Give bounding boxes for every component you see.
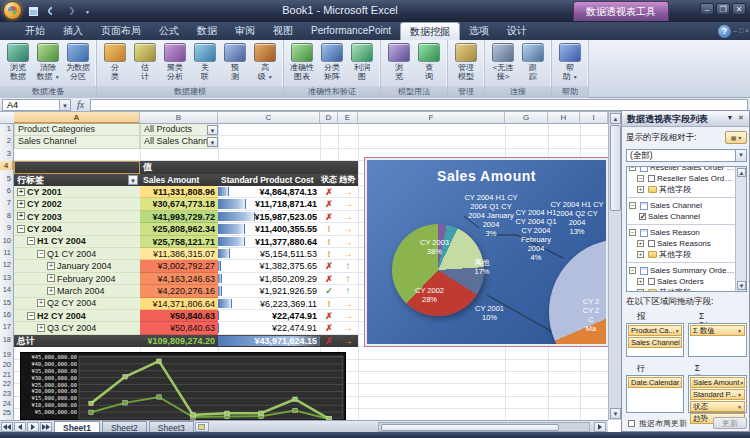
checkbox-checked-icon[interactable]: ✓ <box>639 213 646 220</box>
sales-amount-cell[interactable]: ¥30,674,773.18 <box>140 198 218 210</box>
field-chip[interactable]: Product Ca...▼ <box>628 325 682 336</box>
column-header-I[interactable]: I <box>580 112 608 123</box>
pivot-row-label[interactable]: −H2 CY 2004 <box>14 310 140 322</box>
scope-dropdown[interactable]: (全部) ▼ <box>626 149 747 162</box>
collapse-icon[interactable]: − <box>27 237 35 245</box>
row-header-18[interactable]: 18 <box>3 335 11 344</box>
chip-dropdown-icon[interactable]: ▼ <box>679 378 682 387</box>
row-header-12[interactable]: 12 <box>3 260 11 269</box>
name-box-dropdown-icon[interactable]: ▼ <box>60 99 71 111</box>
chip-dropdown-icon[interactable]: ▼ <box>737 390 742 399</box>
panel-collapse-icon[interactable]: ▼ <box>725 114 735 121</box>
ribbon-tab-数据[interactable]: 数据 <box>188 22 226 40</box>
ribbon-button-分类矩阵[interactable]: 分类矩阵 <box>318 43 346 81</box>
field-tree-item[interactable]: +Sales Reasons <box>627 238 735 249</box>
filter-dropdown-icon[interactable]: ▼ <box>207 125 218 135</box>
product-cost-cell[interactable]: ¥1,921,926.59 <box>218 285 320 297</box>
row-header-23[interactable]: 23 <box>3 389 11 398</box>
chip-dropdown-icon[interactable]: ▼ <box>675 326 680 335</box>
column-header-H[interactable]: H <box>548 112 580 123</box>
column-header-B[interactable]: B <box>140 112 218 123</box>
product-cost-cell[interactable]: ¥15,987,523.05 <box>218 211 320 223</box>
pivot-row-label[interactable]: +Q3 CY 2004 <box>14 322 140 334</box>
row-header-14[interactable]: 14 <box>3 285 11 294</box>
pivot-row-label[interactable]: +CY 2001 <box>14 186 140 198</box>
name-box[interactable]: A4 <box>2 99 60 111</box>
collapse-icon[interactable]: − <box>27 312 35 320</box>
chip-dropdown-icon[interactable]: ▼ <box>739 378 744 387</box>
sales-amount-cell[interactable]: ¥41,993,729.72 <box>140 211 218 223</box>
workbook-close-icon[interactable]: × <box>745 26 750 35</box>
field-list-view-button[interactable]: ▦ ▾ <box>725 131 747 144</box>
ribbon-button-预测[interactable]: 预测 <box>221 43 249 81</box>
pivot-row-label[interactable]: −H1 CY 2004 <box>14 236 140 248</box>
expand-icon[interactable]: + <box>17 212 25 220</box>
column-header-E[interactable]: E <box>338 112 358 123</box>
ribbon-button-帮助[interactable]: 帮助 ▼ <box>556 43 584 82</box>
sheet-tab-Sheet3[interactable]: Sheet3 <box>149 421 194 433</box>
row-header-2[interactable]: 2 <box>7 136 11 145</box>
column-header-A[interactable]: A <box>14 112 140 123</box>
sales-amount-cell[interactable]: ¥50,840.63 <box>140 322 218 334</box>
field-tree-item[interactable]: −Sales Summary Order Details <box>627 265 735 276</box>
line-chart[interactable]: ¥45,000,000.00¥40,000,000.00¥35,000,000.… <box>20 352 346 420</box>
column-header-G[interactable]: G <box>505 112 548 123</box>
checkbox-icon[interactable] <box>648 240 655 247</box>
column-header-F[interactable]: F <box>358 112 505 123</box>
collapse-icon[interactable]: − <box>629 229 636 236</box>
checkbox-icon[interactable] <box>648 175 655 182</box>
field-chip[interactable]: Date.Calendar▼ <box>628 377 682 388</box>
collapse-icon[interactable]: − <box>17 225 25 233</box>
sales-amount-cell[interactable]: ¥11,386,315.07 <box>140 248 218 260</box>
ribbon-button-聚类分析[interactable]: 聚类分析 <box>161 43 189 81</box>
pivot-row-label[interactable]: +CY 2002 <box>14 198 140 210</box>
expand-icon[interactable]: + <box>637 289 644 292</box>
row-header-7[interactable]: 7 <box>7 198 11 207</box>
field-chip[interactable]: Σ 数值▼ <box>690 325 745 336</box>
help-icon[interactable]: ? <box>718 25 731 38</box>
sales-amount-cell[interactable]: ¥4,163,246.63 <box>140 273 218 285</box>
ribbon-button-跟踪[interactable]: 跟踪 <box>519 43 547 81</box>
expand-icon[interactable]: + <box>47 274 55 282</box>
field-tree-item[interactable]: +其他字段 <box>627 249 735 260</box>
ribbon-tab-视图[interactable]: 视图 <box>264 22 302 40</box>
ribbon-button-清除数据[interactable]: 清除数据 ▼ <box>34 43 62 82</box>
defer-checkbox[interactable] <box>628 420 635 427</box>
last-sheet-icon[interactable] <box>40 422 52 432</box>
ribbon-button-查询[interactable]: 查询 <box>415 43 443 81</box>
row-header-4[interactable]: 4 <box>0 161 13 170</box>
tree-scroll-up-icon[interactable]: ▲ <box>737 168 746 177</box>
expand-icon[interactable]: + <box>637 240 644 247</box>
ribbon-tab-公式[interactable]: 公式 <box>150 22 188 40</box>
expand-icon[interactable]: + <box>637 278 644 285</box>
update-button[interactable]: 更新 <box>713 417 747 429</box>
ribbon-button-浏览数据[interactable]: 浏览数据 <box>4 43 32 81</box>
next-sheet-icon[interactable] <box>27 422 39 432</box>
row-header-8[interactable]: 8 <box>7 211 11 220</box>
product-cost-cell[interactable]: ¥11,718,871.41 <box>218 198 320 210</box>
column-header-C[interactable]: C <box>218 112 320 123</box>
ribbon-button-关联[interactable]: 关联 <box>191 43 219 81</box>
ribbon-button-为数据分区[interactable]: 为数据分区 <box>64 43 92 81</box>
product-cost-cell[interactable]: ¥4,864,874.13 <box>218 186 320 198</box>
row-header-20[interactable]: 20 <box>3 360 11 369</box>
row-header-16[interactable]: 16 <box>3 310 11 319</box>
ribbon-button-准确性图表[interactable]: 准确性图表 <box>288 43 316 81</box>
expand-icon[interactable]: + <box>17 188 25 196</box>
collapse-icon[interactable]: − <box>629 267 636 274</box>
product-cost-cell[interactable]: ¥6,223,369.11 <box>218 298 320 310</box>
sales-amount-cell[interactable]: ¥25,808,962.34 <box>140 223 218 235</box>
product-cost-cell[interactable]: ¥22,474.91 <box>218 322 320 334</box>
prev-sheet-icon[interactable] <box>14 422 26 432</box>
sales-amount-cell[interactable]: ¥3,002,792.27 <box>140 260 218 272</box>
pivot-row-label[interactable]: +Q2 CY 2004 <box>14 298 140 310</box>
sales-amount-cell[interactable]: ¥4,220,276.16 <box>140 285 218 297</box>
collapse-icon[interactable]: − <box>629 166 636 171</box>
chip-dropdown-icon[interactable]: ▼ <box>680 338 682 347</box>
formula-input[interactable] <box>90 99 748 111</box>
expand-icon[interactable]: + <box>47 287 55 295</box>
vertical-scroll-thumb[interactable] <box>610 125 621 211</box>
close-button[interactable]: ✕ <box>732 3 746 15</box>
ribbon-tab-开始[interactable]: 开始 <box>16 22 54 40</box>
ribbon-tab-选项[interactable]: 选项 <box>460 22 498 40</box>
